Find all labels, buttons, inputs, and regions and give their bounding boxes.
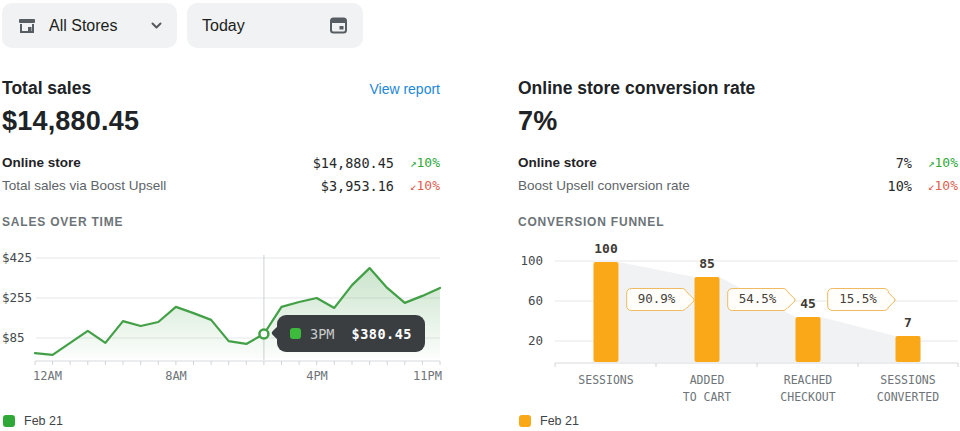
funnel-bar-value-1: 85 — [699, 256, 715, 271]
conversion-rate-row-1: Boost Upsell conversion rate10%↙10% — [518, 174, 958, 197]
arrow-up-right-icon: ↗ — [410, 157, 417, 170]
store-selector-label: All Stores — [49, 17, 117, 35]
funnel-legend-swatch — [519, 415, 531, 427]
funnel-bar-value-3: 7 — [904, 315, 912, 330]
x-axis-ticks — [35, 361, 440, 365]
conversion-rate-row-0: Online store7%↗10% — [518, 151, 958, 174]
total-sales-row-value: $14,880.45 — [313, 155, 394, 171]
sales-legend-label: Feb 21 — [24, 414, 63, 428]
total-sales-row-label: Online store — [2, 155, 313, 170]
delta-down-indicator: ↙10% — [394, 178, 440, 193]
funnel-legend: Feb 21 — [519, 414, 579, 428]
delta-up-indicator: ↗10% — [394, 155, 440, 170]
conversion-rate-badge-0: 90.9% — [626, 288, 688, 311]
conversion-rate-title: Online store conversion rate — [518, 78, 755, 99]
view-report-link[interactable]: View report — [330, 81, 440, 97]
total-sales-row-1: Total sales via Boost Upsell$3,953.16↙10… — [2, 174, 440, 197]
delta-down-indicator: ↙10% — [912, 178, 958, 193]
conversion-rate-badge-2: 15.5% — [827, 288, 889, 311]
conversion-rate-value: 7% — [518, 106, 557, 137]
conversion-rate-breakdown: Online store7%↗10%Boost Upsell conversio… — [518, 151, 958, 197]
funnel-bar-3[interactable] — [896, 336, 921, 362]
total-sales-value: $14,880.45 — [2, 106, 139, 137]
sales-x-tick-4pm: 4PM — [297, 369, 337, 383]
total-sales-row-value: $3,953.16 — [321, 178, 394, 194]
funnel-category-label-3: SESSIONS CONVERTED — [877, 372, 939, 406]
date-range-label: Today — [202, 17, 245, 35]
store-selector-button[interactable]: All Stores — [2, 3, 177, 48]
conversion-funnel-label: CONVERSION FUNNEL — [518, 215, 664, 229]
arrow-down-left-icon: ↙ — [410, 180, 417, 193]
delta-up-indicator: ↗10% — [912, 155, 958, 170]
sales-x-tick-11pm: 11PM — [400, 369, 442, 383]
funnel-bar-1[interactable] — [695, 277, 720, 362]
funnel-decay-area — [619, 262, 921, 362]
calendar-icon — [329, 16, 348, 35]
chart-tooltip: 3PM $380.45 — [277, 315, 425, 352]
conversion-rate-row-label: Boost Upsell conversion rate — [518, 178, 888, 193]
date-range-button[interactable]: Today — [187, 3, 363, 48]
storefront-icon — [17, 16, 37, 35]
hover-point-marker[interactable] — [259, 330, 268, 339]
funnel-bar-0[interactable] — [594, 262, 619, 362]
arrow-up-right-icon: ↗ — [928, 157, 935, 170]
funnel-category-label-1: ADDED TO CART — [683, 372, 731, 406]
total-sales-title: Total sales — [2, 78, 91, 99]
sales-x-tick-8am: 8AM — [156, 369, 196, 383]
tooltip-value: $380.45 — [352, 326, 412, 342]
tooltip-series-swatch — [290, 328, 301, 339]
sales-legend: Feb 21 — [3, 414, 63, 428]
funnel-bar-value-0: 100 — [594, 241, 617, 256]
sales-over-time-label: SALES OVER TIME — [2, 215, 123, 229]
funnel-legend-label: Feb 21 — [540, 414, 579, 428]
funnel-category-label-2: REACHED CHECKOUT — [780, 372, 835, 406]
conversion-rate-badge-1: 54.5% — [727, 288, 789, 311]
chevron-down-icon — [151, 22, 162, 29]
conversion-rate-row-value: 10% — [888, 178, 912, 194]
total-sales-row-label: Total sales via Boost Upsell — [2, 178, 321, 193]
total-sales-breakdown: Online store$14,880.45↗10%Total sales vi… — [2, 151, 440, 197]
funnel-category-label-0: SESSIONS — [578, 372, 633, 389]
tooltip-time: 3PM — [310, 326, 352, 342]
conversion-rate-row-value: 7% — [896, 155, 912, 171]
x-axis-ticks — [555, 363, 958, 367]
funnel-bar-value-2: 45 — [800, 296, 816, 311]
total-sales-row-0: Online store$14,880.45↗10% — [2, 151, 440, 174]
funnel-bar-2[interactable] — [796, 317, 821, 362]
sales-legend-swatch — [3, 415, 15, 427]
arrow-down-left-icon: ↙ — [928, 180, 935, 193]
sales-x-tick-12am: 12AM — [33, 369, 62, 383]
conversion-rate-row-label: Online store — [518, 155, 896, 170]
